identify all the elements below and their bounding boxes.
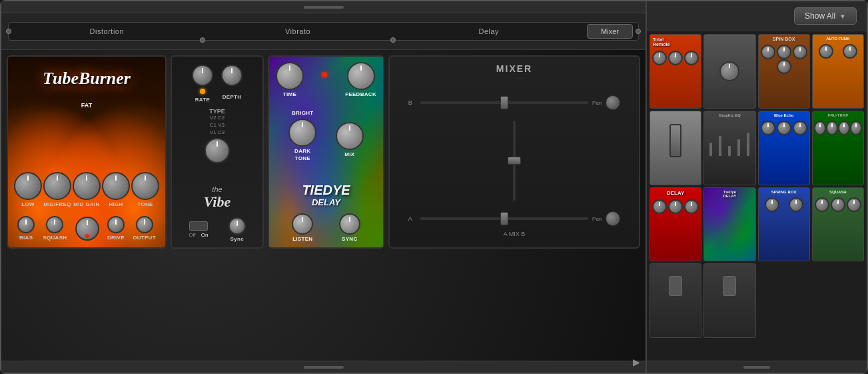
tr-knob3[interactable]	[684, 51, 699, 65]
knob-group-sync: Sync	[228, 217, 246, 242]
knob-midfreq[interactable]	[43, 172, 71, 200]
p2-knob[interactable]	[719, 61, 739, 81]
sb-k4[interactable]	[777, 59, 791, 74]
thumb-blue-echo[interactable]: Blue Echo	[758, 111, 810, 185]
resize-handle-top[interactable]	[1, 1, 646, 13]
tr-knob2[interactable]	[668, 51, 683, 65]
empty1-body	[669, 276, 682, 296]
a-fader-track[interactable]	[420, 217, 588, 220]
chain-distortion[interactable]: Distortion	[14, 27, 200, 35]
chain-vibrato[interactable]: Vibrato	[205, 27, 391, 35]
thumb-delay[interactable]: DELAY	[650, 187, 701, 262]
ft-k3[interactable]	[838, 121, 850, 135]
mixer-chain-box[interactable]: Mixer	[587, 24, 633, 39]
knob-sync[interactable]	[228, 217, 246, 235]
be-k1[interactable]	[761, 121, 775, 135]
thumb-fru-trap[interactable]: FRU-TRAP	[812, 111, 864, 185]
knob-mix[interactable]	[336, 122, 364, 150]
ft-k1[interactable]	[814, 121, 826, 135]
knob-group-high: HIGH	[102, 172, 130, 207]
sb-k3[interactable]	[793, 45, 807, 59]
pedal-vibe[interactable]: RATE DEPTH TYPE V2 C2 C1	[171, 55, 264, 249]
b-fader-track[interactable]	[420, 101, 588, 104]
knob-depth[interactable]	[221, 65, 242, 86]
show-all-button[interactable]: Show All ▼	[794, 7, 857, 25]
knob-squash[interactable]	[46, 216, 63, 233]
sq-k1[interactable]	[815, 197, 829, 212]
a-fader-thumb[interactable]	[500, 212, 508, 225]
v-fader-track[interactable]	[513, 121, 516, 201]
chain-labels: Distortion Vibrato Delay Mixer	[1, 13, 646, 50]
af-k1[interactable]	[819, 44, 833, 59]
spb-k2[interactable]	[789, 197, 803, 212]
show-all-label: Show All	[805, 11, 835, 21]
knob-type[interactable]	[205, 138, 230, 163]
knob-center[interactable]	[75, 217, 99, 241]
knob-bias[interactable]	[17, 216, 35, 233]
thumb-tiedye-small[interactable]: TieDyeDELAY	[703, 187, 755, 262]
sq-k2[interactable]	[831, 197, 845, 212]
be-k2[interactable]	[777, 121, 791, 135]
knob-feedback[interactable]	[347, 62, 375, 90]
knob-time[interactable]	[276, 62, 304, 90]
knob-midgain[interactable]	[73, 172, 101, 200]
knob-sync-tiedye[interactable]	[339, 213, 360, 235]
pedalboard-area: Distortion Vibrato Delay Mixer TubeBurne…	[1, 1, 647, 373]
sb-k1[interactable]	[761, 45, 775, 59]
thumb-empty1[interactable]	[650, 263, 701, 338]
knob-output[interactable]	[136, 216, 153, 233]
browser-resize-handle[interactable]	[647, 361, 867, 373]
thumb-pedal-2[interactable]	[703, 34, 755, 109]
wah-content	[650, 111, 701, 170]
ft-k4[interactable]	[850, 121, 862, 135]
pedal-mixer: MIXER B Pan	[388, 55, 640, 249]
knob-listen[interactable]	[292, 213, 313, 235]
pedal-tube-burner[interactable]: TubeBurner FAT LOW MID/FREQ MID GAIN	[7, 55, 167, 249]
vibe-vibe-label: Vibe	[172, 193, 262, 211]
total-remote-knobs	[650, 49, 701, 67]
thumb-auto-funk[interactable]: AUTO FUNK	[812, 34, 864, 109]
delay-knobs	[650, 198, 701, 215]
sb-k2[interactable]	[777, 45, 791, 59]
chain-delay[interactable]: Delay	[396, 27, 582, 35]
b-fader-thumb[interactable]	[500, 96, 508, 109]
vibe-switch[interactable]: Off On	[189, 221, 208, 238]
type-label: TYPE	[209, 108, 225, 115]
knob-rate[interactable]	[192, 65, 213, 86]
knob-tone-tiedye[interactable]	[288, 119, 316, 147]
thumb-spin-box[interactable]: SPIN BOX	[758, 34, 810, 109]
knob-low[interactable]	[14, 172, 42, 200]
pedal-tiedye[interactable]: TIME FEEDBACK BRIGHT DARK TONE	[268, 55, 384, 249]
b-pan-knob[interactable]	[606, 95, 620, 110]
knob-drive[interactable]	[107, 216, 125, 233]
spin-box-label: SPIN BOX	[759, 35, 809, 43]
thumb-squash[interactable]: SQUASH	[812, 187, 864, 262]
type-c3: C3	[218, 129, 224, 135]
knob-depth-label: DEPTH	[222, 94, 242, 100]
ft-k2[interactable]	[826, 121, 838, 135]
nav-arrow[interactable]: ▶	[633, 357, 640, 367]
switch-button[interactable]	[189, 221, 208, 231]
knob-group-time: TIME	[276, 62, 304, 97]
spb-k1[interactable]	[765, 197, 779, 212]
thumb-empty2[interactable]	[703, 263, 755, 338]
switch-labels: Off On	[189, 232, 208, 238]
knob-tone[interactable]	[131, 172, 159, 200]
dl-k2[interactable]	[668, 199, 683, 214]
thumb-graphic-eq[interactable]: Graphic EQ	[703, 111, 755, 185]
dl-k1[interactable]	[652, 199, 667, 214]
v-fader-thumb[interactable]	[508, 157, 521, 165]
thumb-spring-box[interactable]: SPRING BOX	[758, 187, 810, 262]
knob-high-label: HIGH	[109, 201, 123, 207]
dl-k3[interactable]	[684, 199, 699, 214]
thumb-wah[interactable]	[650, 111, 701, 185]
resize-handle-bottom[interactable]	[1, 361, 646, 373]
sq-k3[interactable]	[847, 197, 861, 212]
be-k3[interactable]	[793, 121, 807, 135]
af-k2[interactable]	[843, 44, 857, 59]
knob-bias-label: BIAS	[19, 235, 33, 241]
a-pan-knob[interactable]	[606, 211, 620, 226]
thumb-total-remote[interactable]: TotalRemote	[650, 34, 701, 109]
tr-knob1[interactable]	[652, 51, 667, 65]
knob-high[interactable]	[102, 172, 130, 200]
